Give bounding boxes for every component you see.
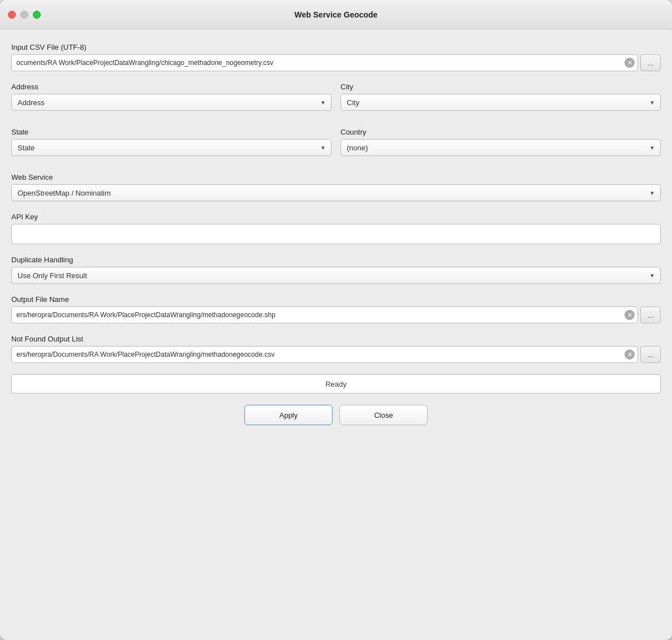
duplicate-handling-label: Duplicate Handling <box>11 256 661 264</box>
duplicate-select-wrapper: Use Only First Result Use All Results Sk… <box>11 267 661 284</box>
output-file-row: ✕ ... <box>11 306 661 323</box>
titlebar: Web Service Geocode <box>0 0 672 29</box>
output-file-wrapper: ✕ <box>11 306 638 323</box>
state-country-row: State State Province Region ▼ Country (n… <box>11 128 661 156</box>
close-button[interactable]: Close <box>339 405 428 425</box>
window-controls <box>8 11 41 19</box>
output-file-label: Output File Name <box>11 295 661 304</box>
input-csv-row: ✕ ... <box>11 54 661 71</box>
country-select-wrapper: (none) Country Nation ▼ <box>341 139 661 156</box>
web-service-section: Web Service OpenStreetMap / Nominatim Go… <box>11 173 661 201</box>
city-select-wrapper: City Town Municipality ▼ <box>341 94 661 111</box>
not-found-section: Not Found Output List ✕ ... <box>11 335 661 363</box>
city-select[interactable]: City Town Municipality <box>341 94 661 111</box>
input-csv-field[interactable] <box>11 54 638 71</box>
not-found-wrapper: ✕ <box>11 346 638 363</box>
input-csv-section: Input CSV File (UTF-8) ✕ ... <box>11 43 661 71</box>
state-select-wrapper: State Province Region ▼ <box>11 139 331 156</box>
clear-icon: ✕ <box>627 312 632 318</box>
not-found-browse-button[interactable]: ... <box>640 346 661 363</box>
maximize-window-button[interactable] <box>33 11 41 19</box>
minimize-window-button[interactable] <box>20 11 28 19</box>
close-window-button[interactable] <box>8 11 16 19</box>
api-key-label: API Key <box>11 213 661 221</box>
not-found-clear-button[interactable]: ✕ <box>624 349 635 360</box>
state-label: State <box>11 128 331 136</box>
output-file-browse-button[interactable]: ... <box>640 306 661 323</box>
form-content: Input CSV File (UTF-8) ✕ ... Address Add… <box>0 29 672 640</box>
input-csv-clear-button[interactable]: ✕ <box>624 58 635 68</box>
status-bar: Ready <box>11 374 661 393</box>
button-row: Apply Close <box>11 405 661 425</box>
web-service-label: Web Service <box>11 173 661 181</box>
country-section: Country (none) Country Nation ▼ <box>341 128 661 156</box>
city-label: City <box>341 83 661 91</box>
state-section: State State Province Region ▼ <box>11 128 331 156</box>
output-file-field[interactable] <box>11 306 638 323</box>
input-csv-browse-button[interactable]: ... <box>640 54 661 71</box>
api-key-section: API Key <box>11 213 661 244</box>
clear-icon: ✕ <box>627 352 632 358</box>
clear-icon: ✕ <box>627 60 632 66</box>
duplicate-handling-select[interactable]: Use Only First Result Use All Results Sk… <box>11 267 661 284</box>
web-service-select[interactable]: OpenStreetMap / Nominatim Google Maps Bi… <box>11 184 661 201</box>
address-select[interactable]: Address Street Full Address <box>11 94 331 111</box>
city-section: City City Town Municipality ▼ <box>341 83 661 111</box>
input-csv-wrapper: ✕ <box>11 54 638 71</box>
window-title: Web Service Geocode <box>295 10 378 19</box>
apply-button[interactable]: Apply <box>244 405 333 425</box>
output-file-section: Output File Name ✕ ... <box>11 295 661 323</box>
address-section: Address Address Street Full Address ▼ <box>11 83 331 111</box>
main-window: Web Service Geocode Input CSV File (UTF-… <box>0 0 672 640</box>
address-city-row: Address Address Street Full Address ▼ Ci… <box>11 83 661 111</box>
country-label: Country <box>341 128 661 136</box>
output-file-clear-button[interactable]: ✕ <box>624 310 635 320</box>
address-label: Address <box>11 83 331 91</box>
status-text: Ready <box>325 380 347 388</box>
country-select[interactable]: (none) Country Nation <box>341 139 661 156</box>
not-found-row: ✕ ... <box>11 346 661 363</box>
input-csv-label: Input CSV File (UTF-8) <box>11 43 661 51</box>
address-select-wrapper: Address Street Full Address ▼ <box>11 94 331 111</box>
not-found-field[interactable] <box>11 346 638 363</box>
not-found-label: Not Found Output List <box>11 335 661 343</box>
web-service-select-wrapper: OpenStreetMap / Nominatim Google Maps Bi… <box>11 184 661 201</box>
api-key-field[interactable] <box>11 224 661 244</box>
state-select[interactable]: State Province Region <box>11 139 331 156</box>
duplicate-handling-section: Duplicate Handling Use Only First Result… <box>11 256 661 284</box>
